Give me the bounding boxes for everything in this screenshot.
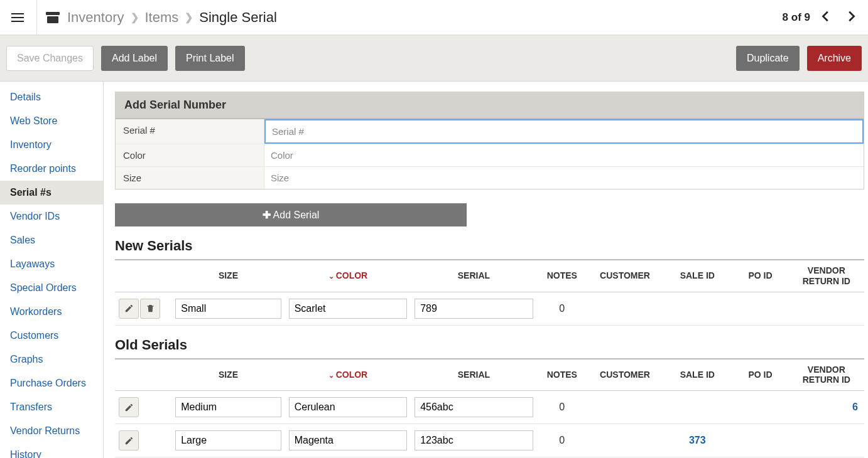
size-label: Size (116, 167, 264, 189)
customer-cell (587, 292, 663, 325)
notes-cell: 0 (537, 292, 587, 325)
sidebar-item-transfers[interactable]: Transfers (0, 395, 103, 419)
chevron-down-icon: ⌄ (328, 371, 334, 379)
color-cell-input[interactable] (289, 299, 408, 319)
poid-cell (732, 424, 788, 457)
new-serials-table: SIZE⌄COLORSERIALNOTESCUSTOMERSALE IDPO I… (115, 259, 864, 326)
col-actions (115, 359, 171, 391)
poid-cell (732, 391, 788, 424)
sale-id-link[interactable]: 373 (689, 435, 706, 445)
archive-button[interactable]: Archive (807, 46, 862, 71)
archive-box-icon[interactable] (46, 12, 60, 23)
size-cell-input[interactable] (175, 397, 281, 417)
sidebar-item-history[interactable]: History (0, 443, 103, 458)
save-changes-button[interactable]: Save Changes (6, 46, 94, 71)
col-color[interactable]: ⌄COLOR (285, 260, 411, 292)
customer-cell (587, 391, 663, 424)
add-serial-panel: Add Serial Number Serial # Color Size (115, 92, 864, 189)
color-cell-input[interactable] (289, 430, 408, 450)
sidebar-item-vendor-returns[interactable]: Vendor Returns (0, 419, 103, 443)
add-serial-button[interactable]: ✚Add Serial (115, 203, 467, 226)
breadcrumb-items[interactable]: Items (145, 9, 179, 26)
col-customer[interactable]: CUSTOMER (587, 359, 663, 391)
duplicate-button[interactable]: Duplicate (736, 46, 800, 71)
col-vri[interactable]: VENDOR RETURN ID (789, 260, 864, 292)
saleid-cell (663, 292, 732, 325)
col-serial[interactable]: SERIAL (411, 359, 537, 391)
col-customer[interactable]: CUSTOMER (587, 260, 663, 292)
old-serials-title: Old Serials (115, 337, 864, 353)
sidebar-item-inventory[interactable]: Inventory (0, 133, 103, 157)
sidebar-item-serial-s[interactable]: Serial #s (0, 181, 103, 205)
saleid-cell (663, 391, 732, 424)
print-label-button[interactable]: Print Label (175, 46, 245, 71)
edit-button[interactable] (119, 430, 139, 450)
color-input[interactable] (264, 144, 864, 166)
sidebar-item-web-store[interactable]: Web Store (0, 109, 103, 133)
sidebar-item-special-orders[interactable]: Special Orders (0, 276, 103, 300)
vri-cell (789, 292, 864, 325)
edit-button[interactable] (119, 397, 139, 417)
col-poid[interactable]: PO ID (732, 260, 788, 292)
col-poid[interactable]: PO ID (732, 359, 788, 391)
color-cell-input[interactable] (289, 397, 408, 417)
col-notes[interactable]: NOTES (537, 260, 587, 292)
top-bar: Inventory ❯ Items ❯ Single Serial 8 of 9 (0, 0, 868, 35)
table-row: 0373 (115, 424, 864, 457)
sidebar-item-graphs[interactable]: Graphs (0, 348, 103, 371)
saleid-cell: 373 (663, 424, 732, 457)
sidebar-item-details[interactable]: Details (0, 85, 103, 109)
size-input[interactable] (264, 167, 864, 189)
sidebar: DetailsWeb StoreInventoryReorder pointsS… (0, 82, 104, 458)
col-size[interactable]: SIZE (171, 359, 285, 391)
serial-cell-input[interactable] (415, 299, 533, 319)
col-serial[interactable]: SERIAL (411, 260, 537, 292)
breadcrumb-inventory[interactable]: Inventory (67, 9, 124, 26)
vri-cell: 6 (789, 391, 864, 424)
pager-prev-button[interactable] (816, 7, 835, 28)
sidebar-item-purchase-orders[interactable]: Purchase Orders (0, 371, 103, 395)
vendor-return-id-link[interactable]: 6 (852, 402, 858, 412)
chevron-right-icon: ❯ (185, 11, 193, 23)
notes-cell: 0 (537, 391, 587, 424)
serial-cell-input[interactable] (415, 430, 533, 450)
vri-cell (789, 424, 864, 457)
col-color[interactable]: ⌄COLOR (285, 359, 411, 391)
main-content: Add Serial Number Serial # Color Size ✚A… (104, 82, 868, 458)
sidebar-item-workorders[interactable]: Workorders (0, 300, 103, 324)
old-serials-table: SIZE⌄COLORSERIALNOTESCUSTOMERSALE IDPO I… (115, 358, 864, 458)
menu-toggle[interactable] (8, 9, 28, 26)
serial-input[interactable] (264, 119, 864, 144)
customer-cell (587, 424, 663, 457)
breadcrumb-current: Single Serial (199, 9, 277, 26)
sidebar-item-reorder-points[interactable]: Reorder points (0, 157, 103, 181)
color-label: Color (116, 144, 264, 166)
col-size[interactable]: SIZE (171, 260, 285, 292)
col-notes[interactable]: NOTES (537, 359, 587, 391)
add-label-button[interactable]: Add Label (101, 46, 168, 71)
chevron-right-icon: ❯ (131, 11, 139, 23)
edit-button[interactable] (119, 299, 139, 319)
size-cell-input[interactable] (175, 430, 281, 450)
sidebar-item-sales[interactable]: Sales (0, 228, 103, 252)
hamburger-icon (11, 13, 24, 22)
pager-next-button[interactable] (842, 7, 860, 28)
breadcrumb: Inventory ❯ Items ❯ Single Serial (67, 9, 277, 26)
sidebar-item-customers[interactable]: Customers (0, 324, 103, 348)
plus-icon: ✚ (263, 210, 271, 220)
delete-button[interactable] (140, 299, 160, 319)
col-vri[interactable]: VENDOR RETURN ID (789, 359, 864, 391)
action-bar: Save Changes Add Label Print Label Dupli… (0, 35, 868, 82)
size-cell-input[interactable] (175, 299, 281, 319)
table-row: 0 (115, 292, 864, 325)
serial-label: Serial # (116, 119, 264, 144)
table-row: 06 (115, 391, 864, 424)
serial-cell-input[interactable] (415, 397, 533, 417)
col-saleid[interactable]: SALE ID (663, 359, 732, 391)
pager: 8 of 9 (783, 7, 860, 28)
sidebar-item-vendor-ids[interactable]: Vendor IDs (0, 205, 103, 228)
col-actions (115, 260, 171, 292)
panel-title: Add Serial Number (116, 92, 864, 119)
sidebar-item-layaways[interactable]: Layaways (0, 252, 103, 276)
col-saleid[interactable]: SALE ID (663, 260, 732, 292)
